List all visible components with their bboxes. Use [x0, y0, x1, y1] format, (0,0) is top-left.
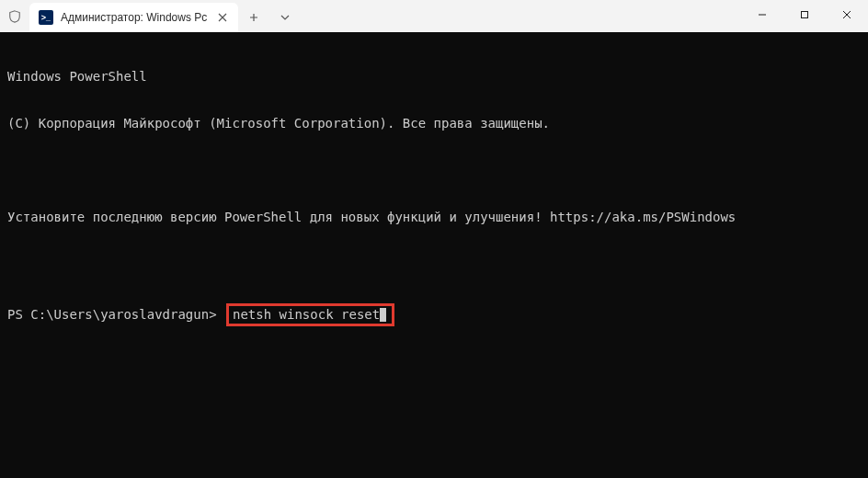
terminal-line: Установите последнюю версию PowerShell д…: [7, 210, 861, 225]
maximize-button[interactable]: [783, 0, 826, 29]
prompt-line: PS C:\Users\yaroslavdragun> netsh winsoc…: [7, 303, 861, 326]
terminal-line: Windows PowerShell: [7, 69, 861, 85]
terminal-blank-line: [7, 163, 861, 178]
tab-title: Администратор: Windows Pc: [61, 11, 207, 24]
svg-rect-0: [802, 12, 808, 18]
window-controls: [741, 0, 868, 29]
uac-shield-icon: [0, 0, 29, 32]
tab-dropdown-button[interactable]: [269, 3, 301, 32]
terminal-line: (C) Корпорация Майкрософт (Microsoft Cor…: [7, 116, 861, 131]
prompt-text: PS C:\Users\yaroslavdragun>: [7, 307, 224, 323]
window-close-button[interactable]: [826, 0, 868, 29]
app-window: >_ Администратор: Windows Pc Windows Po: [0, 0, 868, 478]
tab-close-button[interactable]: [214, 9, 231, 26]
powershell-icon: >_: [39, 10, 53, 25]
text-cursor: [380, 308, 386, 322]
tab-active[interactable]: >_ Администратор: Windows Pc: [29, 3, 238, 32]
command-text: netsh winsock reset: [233, 307, 380, 323]
titlebar: >_ Администратор: Windows Pc: [0, 0, 868, 32]
minimize-button[interactable]: [741, 0, 783, 29]
terminal-blank-line: [7, 256, 861, 272]
terminal-pane[interactable]: Windows PowerShell (C) Корпорация Майкро…: [0, 32, 868, 478]
new-tab-button[interactable]: [238, 3, 269, 32]
command-highlight-box: netsh winsock reset: [226, 303, 394, 326]
